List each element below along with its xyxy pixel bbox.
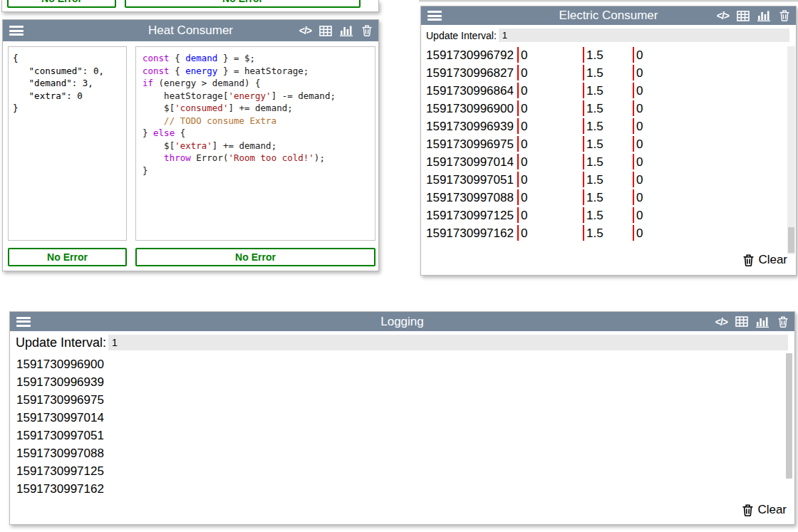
value-cell: 0: [633, 82, 787, 100]
log-entry-list: 1591730996900159173099693915917309969751…: [10, 355, 784, 498]
table-row: 1591730997014 0 1.5 0: [421, 153, 787, 171]
value-cell: 0: [517, 118, 583, 135]
value-cell: 1.5: [583, 100, 633, 118]
timestamp-cell: 1591730996939: [421, 118, 517, 135]
value-cell: 1.5: [583, 64, 633, 82]
json-line: {: [13, 52, 122, 65]
json-line: }: [13, 102, 122, 115]
value-cell: 0: [517, 207, 583, 224]
panel-cutoff-top: No Error No Error: [1, 0, 379, 12]
table-row: 1591730996939 0 1.5 0: [421, 118, 787, 135]
status-no-error-button[interactable]: No Error: [7, 0, 116, 8]
update-interval-label: Update Interval:: [16, 335, 106, 350]
timestamp-cell: 1591730997014: [421, 153, 517, 171]
chart-view-icon[interactable]: [757, 10, 772, 21]
logging-header: Logging </>: [10, 312, 794, 331]
trash-icon[interactable]: [779, 10, 789, 21]
update-interval-input[interactable]: [499, 28, 789, 42]
dashboard-canvas: No Error No Error Heat Consumer </>: [0, 0, 798, 532]
value-cell: 0: [517, 64, 583, 82]
status-no-error-button[interactable]: No Error: [125, 0, 361, 8]
table-row: 1591730997125 0 1.5 0: [421, 207, 787, 224]
log-entry: 1591730997014: [10, 409, 784, 427]
menu-icon[interactable]: [16, 317, 31, 327]
electric-consumer-header: Electric Consumer </>: [421, 6, 796, 25]
value-cell: 1.5: [583, 189, 633, 207]
menu-icon[interactable]: [9, 26, 24, 36]
value-cell: 1.5: [583, 82, 633, 100]
table-row: 1591730997162 0 1.5 0: [421, 224, 787, 242]
value-cell: 1.5: [583, 46, 633, 64]
value-cell: 0: [517, 171, 583, 189]
table-row: 1591730996900 0 1.5 0: [421, 100, 787, 118]
code-view-icon[interactable]: </>: [717, 10, 729, 21]
status-no-error-right[interactable]: No Error: [135, 248, 375, 266]
chart-view-icon[interactable]: [340, 25, 354, 36]
offscreen-panel-shadow: [419, 0, 798, 2]
update-interval-row: Update Interval:: [10, 331, 794, 350]
table-view-icon[interactable]: [737, 11, 750, 21]
value-cell: 0: [633, 224, 787, 242]
electric-data-table: 1591730996792 0 1.5 0 1591730996827 0 1.…: [421, 46, 787, 242]
value-cell: 0: [633, 189, 787, 207]
scrollbar-thumb[interactable]: [786, 353, 792, 479]
value-cell: 1.5: [583, 171, 633, 189]
value-cell: 0: [517, 189, 583, 207]
table-row: 1591730997088 0 1.5 0: [421, 189, 787, 207]
log-entry: 1591730997162: [10, 480, 784, 498]
clear-label: Clear: [758, 253, 787, 267]
value-cell: 0: [517, 153, 583, 171]
json-line: "extra": 0: [13, 90, 122, 103]
table-view-icon[interactable]: [319, 26, 332, 36]
table-view-icon[interactable]: [735, 316, 748, 327]
value-cell: 0: [633, 153, 787, 171]
value-cell: 0: [633, 64, 787, 82]
trash-icon[interactable]: [362, 25, 372, 36]
header-toolbar: </>: [717, 10, 789, 21]
update-interval-label: Update Interval:: [426, 30, 497, 41]
value-cell: 1.5: [583, 135, 633, 153]
log-entry: 1591730996975: [10, 391, 784, 409]
scrollbar[interactable]: [787, 46, 795, 254]
timestamp-cell: 1591730997051: [421, 171, 517, 189]
clear-button[interactable]: Clear: [743, 253, 787, 267]
menu-icon[interactable]: [428, 11, 442, 21]
update-interval-input[interactable]: [108, 335, 788, 350]
timestamp-cell: 1591730996827: [421, 64, 517, 82]
value-cell: 0: [517, 82, 583, 100]
log-entry: 1591730997088: [10, 444, 784, 462]
code-view-icon[interactable]: </>: [715, 316, 727, 328]
panel-logging: Logging </>: [9, 311, 795, 525]
state-json-editor[interactable]: { "consumed": 0, "demand": 3, "extra": 0…: [8, 46, 127, 241]
json-line: "consumed": 0,: [13, 65, 122, 78]
code-editor[interactable]: const { demand } = $;const { energy } = …: [135, 46, 375, 241]
scrollbar-thumb[interactable]: [788, 227, 794, 253]
value-cell: 0: [517, 100, 583, 118]
json-line: "demand": 3,: [13, 77, 122, 90]
timestamp-cell: 1591730997125: [421, 207, 517, 224]
clear-label: Clear: [757, 503, 787, 517]
status-no-error-left[interactable]: No Error: [8, 248, 127, 266]
code-view-icon[interactable]: </>: [299, 25, 311, 36]
log-entry: 1591730997125: [10, 462, 784, 480]
table-row: 1591730996864 0 1.5 0: [421, 82, 787, 100]
table-row: 1591730996792 0 1.5 0: [421, 46, 787, 64]
timestamp-cell: 1591730996792: [421, 46, 517, 64]
panel-heat-consumer: Heat Consumer </>: [2, 19, 379, 271]
chart-view-icon[interactable]: [756, 316, 770, 328]
value-cell: 1.5: [583, 153, 633, 171]
panel-electric-consumer: Electric Consumer </>: [420, 6, 797, 276]
table-row: 1591730996975 0 1.5 0: [421, 135, 787, 153]
value-cell: 0: [633, 207, 787, 224]
table-row: 1591730996827 0 1.5 0: [421, 64, 787, 82]
scrollbar[interactable]: [785, 353, 793, 500]
trash-icon[interactable]: [778, 316, 788, 328]
value-cell: 0: [633, 46, 787, 64]
value-cell: 0: [633, 171, 787, 189]
panel-title: Logging: [10, 315, 794, 329]
trash-icon: [742, 504, 753, 516]
table-row: 1591730997051 0 1.5 0: [421, 171, 787, 189]
log-entry: 1591730996900: [10, 355, 784, 373]
clear-button[interactable]: Clear: [742, 503, 787, 517]
value-cell: 1.5: [583, 224, 633, 242]
